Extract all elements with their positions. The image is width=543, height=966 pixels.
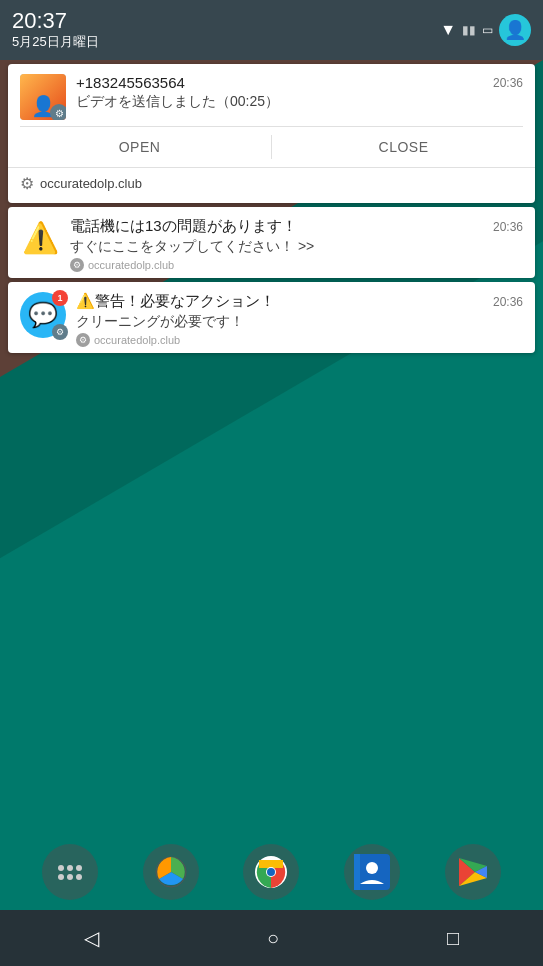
notif-alert-source-icon: ⚙	[76, 333, 90, 347]
dock-contacts[interactable]	[344, 844, 400, 900]
notif-alert-source-row: ⚙ occuratedolp.club	[76, 333, 523, 347]
notif-alert-time: 20:36	[493, 295, 523, 309]
nav-back-button[interactable]: ◁	[64, 918, 119, 958]
play-store-icon	[455, 854, 491, 890]
signal-icon: ▮▮	[462, 23, 476, 37]
notif-alert-main: 💬 1 ⚙ ⚠️警告！必要なアクション！ 20:36 クリーニングが必要です！ …	[8, 282, 535, 353]
avatar-icon: 👤	[504, 19, 526, 41]
notification-sms[interactable]: ⚙ +183245563564 20:36 ビデオを送信しました（00:25） …	[8, 64, 535, 203]
notif-warning-time: 20:36	[493, 220, 523, 234]
notif-sms-title: +183245563564	[76, 74, 185, 91]
chrome-icon	[253, 854, 289, 890]
notif-alert-icon-inner: 💬	[28, 301, 58, 329]
gear-icon: ⚙	[20, 174, 34, 193]
notif-alert-title: ⚠️警告！必要なアクション！	[76, 292, 275, 311]
notification-alert[interactable]: 💬 1 ⚙ ⚠️警告！必要なアクション！ 20:36 クリーニングが必要です！ …	[8, 282, 535, 353]
dock-app-drawer[interactable]	[42, 844, 98, 900]
notif-alert-source: occuratedolp.club	[94, 334, 180, 346]
nav-home-button[interactable]: ○	[247, 919, 299, 958]
dock-play-store[interactable]	[445, 844, 501, 900]
notif-warning-header: 電話機には13の問題があります！ 20:36	[70, 217, 523, 236]
notif-warning-source-row: ⚙ occuratedolp.club	[70, 258, 523, 272]
notif-alert-source-badge: ⚙	[52, 324, 68, 340]
notif-warning-content: 電話機には13の問題があります！ 20:36 すぐにここをタップしてください！ …	[70, 217, 523, 272]
notif-warning-icon: ⚠️	[20, 217, 60, 257]
battery-icon: ▭	[482, 23, 493, 37]
notif-sms-main: ⚙ +183245563564 20:36 ビデオを送信しました（00:25）	[8, 64, 535, 126]
status-bar: 20:37 5月25日月曜日 ▼ ▮▮ ▭ 👤	[0, 0, 543, 60]
notif-open-button[interactable]: OPEN	[8, 131, 271, 163]
svg-point-6	[366, 862, 378, 874]
chart-icon	[154, 855, 188, 889]
notif-sms-extra: ⚙ occuratedolp.club	[8, 167, 535, 203]
notif-warning-main: ⚠️ 電話機には13の問題があります！ 20:36 すぐにここをタップしてくださ…	[8, 207, 535, 278]
notif-alert-app-icon: 💬 1 ⚙	[20, 292, 66, 338]
status-date: 5月25日月曜日	[12, 33, 99, 51]
avatar: 👤	[499, 14, 531, 46]
nav-recents-button[interactable]: □	[427, 919, 479, 958]
svg-rect-5	[354, 854, 360, 890]
notif-sms-header: +183245563564 20:36	[76, 74, 523, 91]
notif-sms-avatar: ⚙	[20, 74, 66, 120]
notification-warning[interactable]: ⚠️ 電話機には13の問題があります！ 20:36 すぐにここをタップしてくださ…	[8, 207, 535, 278]
notif-warning-body: すぐにここをタップしてください！ >>	[70, 238, 523, 256]
contacts-icon	[354, 854, 390, 890]
notif-alert-header: ⚠️警告！必要なアクション！ 20:36	[76, 292, 523, 311]
status-left: 20:37 5月25日月曜日	[12, 9, 99, 51]
sms-app-badge: ⚙	[50, 104, 66, 120]
svg-point-3	[267, 868, 275, 876]
notif-close-button[interactable]: CLOSE	[272, 131, 535, 163]
wifi-icon: ▼	[440, 21, 456, 39]
dock-chart-app[interactable]	[143, 844, 199, 900]
notif-sms-time: 20:36	[493, 76, 523, 90]
notifications-panel: ⚙ +183245563564 20:36 ビデオを送信しました（00:25） …	[0, 60, 543, 357]
dock-chrome[interactable]	[243, 844, 299, 900]
notif-sms-body: ビデオを送信しました（00:25）	[76, 93, 523, 111]
app-drawer-icon	[58, 865, 82, 880]
navigation-bar: ◁ ○ □	[0, 910, 543, 966]
notif-sms-extra-text: occuratedolp.club	[40, 176, 142, 191]
notif-sms-content: +183245563564 20:36 ビデオを送信しました（00:25）	[76, 74, 523, 111]
status-time: 20:37	[12, 9, 99, 33]
notif-alert-content: ⚠️警告！必要なアクション！ 20:36 クリーニングが必要です！ ⚙ occu…	[76, 292, 523, 347]
notif-warning-source-icon: ⚙	[70, 258, 84, 272]
notif-sms-actions: OPEN CLOSE	[8, 127, 535, 167]
notif-warning-source: occuratedolp.club	[88, 259, 174, 271]
notif-alert-badge: 1	[52, 290, 68, 306]
notif-alert-body: クリーニングが必要です！	[76, 313, 523, 331]
notif-warning-title: 電話機には13の問題があります！	[70, 217, 297, 236]
status-right: ▼ ▮▮ ▭ 👤	[440, 14, 531, 46]
app-dock	[0, 834, 543, 910]
